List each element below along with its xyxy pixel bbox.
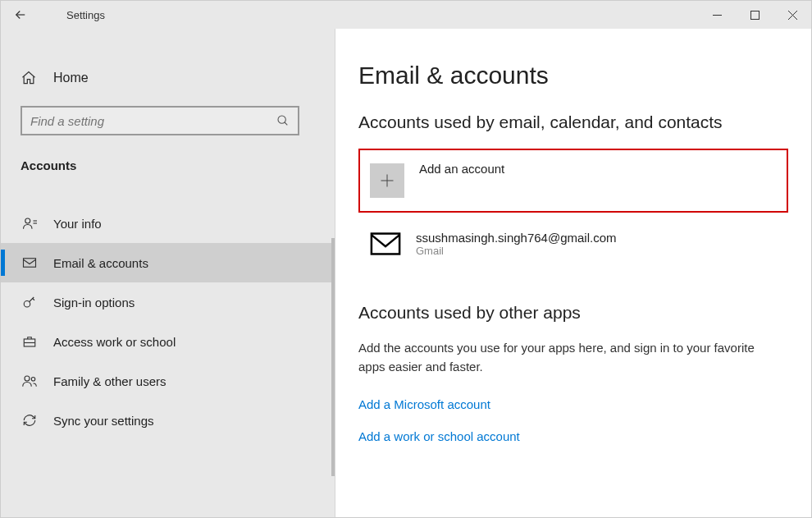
key-icon	[21, 295, 39, 309]
content-pane: Email & accounts Accounts used by email,…	[335, 29, 811, 517]
nav-signin-options[interactable]: Sign-in options	[1, 282, 335, 322]
account-entry[interactable]: ssushmasingh.singh764@gmail.com Gmail	[358, 224, 788, 264]
briefcase-icon	[21, 334, 39, 349]
nav-label: Family & other users	[53, 374, 167, 388]
window-controls	[698, 1, 811, 29]
add-account-button[interactable]: Add an account	[358, 149, 788, 213]
window-title: Settings	[66, 9, 105, 21]
maximize-button[interactable]	[736, 1, 773, 29]
search-input[interactable]	[30, 114, 276, 128]
home-nav[interactable]: Home	[1, 62, 335, 94]
nav-access-work[interactable]: Access work or school	[1, 322, 335, 361]
arrow-left-icon	[13, 7, 28, 22]
close-button[interactable]	[773, 1, 811, 29]
add-work-account-link[interactable]: Add a work or school account	[358, 429, 788, 443]
nav-family-users[interactable]: Family & other users	[1, 361, 335, 401]
sidebar-scrollbar[interactable]	[331, 238, 335, 476]
svg-rect-9	[24, 259, 36, 268]
plus-icon	[370, 163, 404, 198]
home-icon	[21, 70, 39, 86]
section2: Accounts used by other apps Add the acco…	[358, 303, 788, 443]
people-icon	[21, 374, 39, 388]
svg-rect-1	[750, 11, 759, 19]
svg-line-5	[285, 122, 287, 125]
account-email: ssushmasingh.singh764@gmail.com	[416, 231, 617, 245]
nav-list: Your info Email & accounts Sign-in optio…	[1, 204, 335, 440]
search-container	[1, 94, 335, 150]
sidebar: Home Accounts Your info	[1, 29, 335, 517]
category-title: Accounts	[1, 150, 335, 187]
nav-label: Sign-in options	[53, 296, 135, 309]
sync-icon	[21, 413, 39, 428]
account-provider: Gmail	[416, 245, 617, 257]
svg-point-6	[25, 218, 30, 223]
add-account-label: Add an account	[419, 162, 504, 176]
settings-window: Settings Home	[0, 0, 812, 518]
titlebar: Settings	[1, 1, 811, 29]
section2-description: Add the accounts you use for your apps h…	[358, 339, 769, 376]
account-text: ssushmasingh.singh764@gmail.com Gmail	[416, 231, 617, 257]
search-box[interactable]	[21, 106, 299, 135]
mail-icon	[21, 255, 39, 270]
page-title: Email & accounts	[358, 62, 788, 89]
home-label: Home	[53, 71, 89, 85]
nav-label: Your info	[53, 217, 102, 231]
nav-email-accounts[interactable]: Email & accounts	[1, 243, 335, 282]
add-microsoft-account-link[interactable]: Add a Microsoft account	[358, 397, 788, 411]
nav-your-info[interactable]: Your info	[1, 204, 335, 243]
nav-label: Access work or school	[53, 335, 176, 349]
nav-label: Sync your settings	[53, 414, 154, 428]
search-icon	[276, 114, 290, 127]
nav-label: Email & accounts	[53, 256, 148, 270]
body: Home Accounts Your info	[1, 29, 811, 517]
minimize-icon	[713, 11, 722, 20]
section2-title: Accounts used by other apps	[358, 303, 788, 323]
maximize-icon	[750, 11, 760, 20]
minimize-button[interactable]	[698, 1, 736, 29]
svg-point-4	[278, 116, 285, 123]
back-button[interactable]	[1, 1, 40, 29]
close-icon	[788, 11, 797, 20]
svg-point-14	[31, 378, 35, 382]
svg-point-13	[25, 376, 30, 381]
person-icon	[21, 216, 39, 231]
section1-title: Accounts used by email, calendar, and co…	[358, 112, 788, 132]
mail-icon	[368, 229, 403, 259]
svg-rect-17	[372, 234, 399, 254]
nav-sync-settings[interactable]: Sync your settings	[1, 401, 335, 440]
